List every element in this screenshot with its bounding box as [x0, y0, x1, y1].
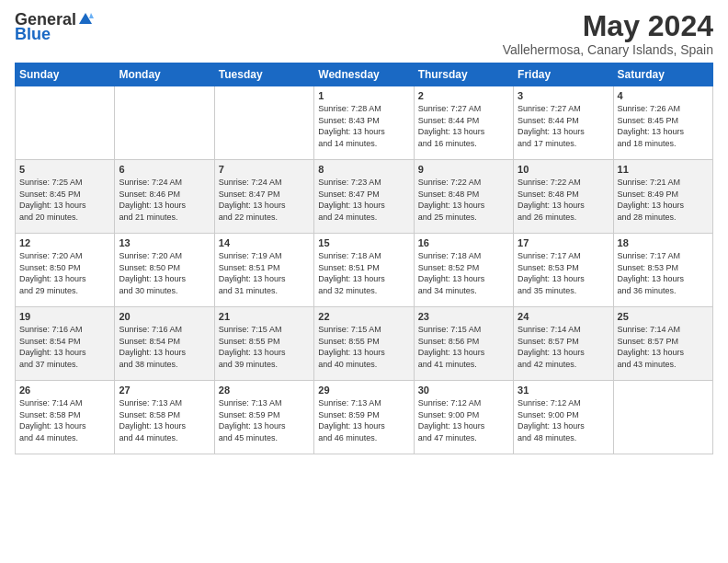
- day-number: 19: [19, 311, 110, 322]
- day-info: Sunrise: 7:13 AM Sunset: 8:58 PM Dayligh…: [119, 397, 210, 443]
- day-info: Sunrise: 7:13 AM Sunset: 8:59 PM Dayligh…: [219, 397, 310, 443]
- calendar-week-0: 1Sunrise: 7:28 AM Sunset: 8:43 PM Daylig…: [16, 86, 713, 160]
- calendar-cell: 8Sunrise: 7:23 AM Sunset: 8:47 PM Daylig…: [314, 160, 414, 234]
- page: General Blue May 2024 Vallehermosa, Cana…: [0, 0, 728, 563]
- day-info: Sunrise: 7:26 AM Sunset: 8:45 PM Dayligh…: [618, 103, 709, 149]
- day-number: 20: [119, 311, 210, 322]
- day-info: Sunrise: 7:15 AM Sunset: 8:55 PM Dayligh…: [318, 324, 409, 370]
- calendar-cell: 7Sunrise: 7:24 AM Sunset: 8:47 PM Daylig…: [214, 160, 313, 234]
- calendar-week-4: 26Sunrise: 7:14 AM Sunset: 8:58 PM Dayli…: [16, 381, 713, 454]
- calendar-cell: 28Sunrise: 7:13 AM Sunset: 8:59 PM Dayli…: [214, 381, 313, 454]
- day-info: Sunrise: 7:19 AM Sunset: 8:51 PM Dayligh…: [219, 250, 310, 296]
- calendar-cell: 18Sunrise: 7:17 AM Sunset: 8:53 PM Dayli…: [613, 234, 712, 307]
- calendar-cell: 19Sunrise: 7:16 AM Sunset: 8:54 PM Dayli…: [16, 307, 115, 381]
- day-info: Sunrise: 7:12 AM Sunset: 9:00 PM Dayligh…: [418, 397, 509, 443]
- day-number: 25: [618, 311, 709, 322]
- header: General Blue May 2024 Vallehermosa, Cana…: [15, 11, 713, 57]
- calendar-cell: 4Sunrise: 7:26 AM Sunset: 8:45 PM Daylig…: [613, 86, 712, 160]
- day-info: Sunrise: 7:23 AM Sunset: 8:47 PM Dayligh…: [318, 177, 409, 223]
- day-number: 17: [518, 237, 609, 248]
- calendar-table: Sunday Monday Tuesday Wednesday Thursday…: [15, 63, 713, 454]
- day-number: 7: [219, 164, 310, 175]
- location: Vallehermosa, Canary Islands, Spain: [503, 42, 713, 57]
- day-info: Sunrise: 7:17 AM Sunset: 8:53 PM Dayligh…: [618, 250, 709, 296]
- day-info: Sunrise: 7:18 AM Sunset: 8:51 PM Dayligh…: [318, 250, 409, 296]
- header-sunday: Sunday: [16, 63, 115, 86]
- calendar-cell: 24Sunrise: 7:14 AM Sunset: 8:57 PM Dayli…: [514, 307, 613, 381]
- calendar-cell: 1Sunrise: 7:28 AM Sunset: 8:43 PM Daylig…: [314, 86, 414, 160]
- day-number: 10: [518, 164, 609, 175]
- calendar-cell: 22Sunrise: 7:15 AM Sunset: 8:55 PM Dayli…: [314, 307, 414, 381]
- day-info: Sunrise: 7:14 AM Sunset: 8:57 PM Dayligh…: [618, 324, 709, 370]
- header-monday: Monday: [115, 63, 214, 86]
- title-block: May 2024 Vallehermosa, Canary Islands, S…: [503, 11, 713, 57]
- calendar-cell: 10Sunrise: 7:22 AM Sunset: 8:48 PM Dayli…: [514, 160, 613, 234]
- calendar-week-3: 19Sunrise: 7:16 AM Sunset: 8:54 PM Dayli…: [16, 307, 713, 381]
- day-number: 30: [418, 385, 509, 396]
- day-info: Sunrise: 7:24 AM Sunset: 8:47 PM Dayligh…: [219, 177, 310, 223]
- day-number: 24: [518, 311, 609, 322]
- day-info: Sunrise: 7:27 AM Sunset: 8:44 PM Dayligh…: [418, 103, 509, 149]
- calendar-cell: 14Sunrise: 7:19 AM Sunset: 8:51 PM Dayli…: [214, 234, 313, 307]
- day-number: 14: [219, 237, 310, 248]
- day-info: Sunrise: 7:18 AM Sunset: 8:52 PM Dayligh…: [418, 250, 509, 296]
- day-number: 23: [418, 311, 509, 322]
- day-number: 11: [618, 164, 709, 175]
- day-info: Sunrise: 7:16 AM Sunset: 8:54 PM Dayligh…: [119, 324, 210, 370]
- day-number: 3: [518, 90, 609, 101]
- day-info: Sunrise: 7:20 AM Sunset: 8:50 PM Dayligh…: [19, 250, 110, 296]
- logo: General Blue: [15, 11, 94, 42]
- day-number: 4: [618, 90, 709, 101]
- day-info: Sunrise: 7:21 AM Sunset: 8:49 PM Dayligh…: [618, 177, 709, 223]
- calendar-cell: 16Sunrise: 7:18 AM Sunset: 8:52 PM Dayli…: [414, 234, 513, 307]
- day-number: 29: [318, 385, 409, 396]
- calendar-cell: 2Sunrise: 7:27 AM Sunset: 8:44 PM Daylig…: [414, 86, 513, 160]
- day-info: Sunrise: 7:13 AM Sunset: 8:59 PM Dayligh…: [318, 397, 409, 443]
- header-thursday: Thursday: [414, 63, 513, 86]
- day-info: Sunrise: 7:28 AM Sunset: 8:43 PM Dayligh…: [318, 103, 409, 149]
- day-number: 13: [119, 237, 210, 248]
- day-number: 18: [618, 237, 709, 248]
- header-saturday: Saturday: [613, 63, 712, 86]
- calendar-cell: 12Sunrise: 7:20 AM Sunset: 8:50 PM Dayli…: [16, 234, 115, 307]
- calendar-cell: 20Sunrise: 7:16 AM Sunset: 8:54 PM Dayli…: [115, 307, 214, 381]
- calendar-cell: 17Sunrise: 7:17 AM Sunset: 8:53 PM Dayli…: [514, 234, 613, 307]
- calendar-cell: [613, 381, 712, 454]
- day-info: Sunrise: 7:20 AM Sunset: 8:50 PM Dayligh…: [119, 250, 210, 296]
- day-info: Sunrise: 7:22 AM Sunset: 8:48 PM Dayligh…: [418, 177, 509, 223]
- day-number: 8: [318, 164, 409, 175]
- calendar-cell: 27Sunrise: 7:13 AM Sunset: 8:58 PM Dayli…: [115, 381, 214, 454]
- day-info: Sunrise: 7:17 AM Sunset: 8:53 PM Dayligh…: [518, 250, 609, 296]
- calendar-cell: 21Sunrise: 7:15 AM Sunset: 8:55 PM Dayli…: [214, 307, 313, 381]
- day-number: 16: [418, 237, 509, 248]
- calendar-cell: 6Sunrise: 7:24 AM Sunset: 8:46 PM Daylig…: [115, 160, 214, 234]
- svg-marker-1: [89, 13, 94, 18]
- month-title: May 2024: [503, 11, 713, 40]
- calendar-cell: 11Sunrise: 7:21 AM Sunset: 8:49 PM Dayli…: [613, 160, 712, 234]
- calendar-cell: 13Sunrise: 7:20 AM Sunset: 8:50 PM Dayli…: [115, 234, 214, 307]
- header-tuesday: Tuesday: [214, 63, 313, 86]
- calendar-cell: 25Sunrise: 7:14 AM Sunset: 8:57 PM Dayli…: [613, 307, 712, 381]
- calendar-cell: 15Sunrise: 7:18 AM Sunset: 8:51 PM Dayli…: [314, 234, 414, 307]
- calendar-cell: [16, 86, 115, 160]
- day-number: 28: [219, 385, 310, 396]
- calendar-cell: 31Sunrise: 7:12 AM Sunset: 9:00 PM Dayli…: [514, 381, 613, 454]
- calendar-cell: [115, 86, 214, 160]
- calendar-week-1: 5Sunrise: 7:25 AM Sunset: 8:45 PM Daylig…: [16, 160, 713, 234]
- calendar-cell: 3Sunrise: 7:27 AM Sunset: 8:44 PM Daylig…: [514, 86, 613, 160]
- day-info: Sunrise: 7:14 AM Sunset: 8:58 PM Dayligh…: [19, 397, 110, 443]
- calendar-cell: 23Sunrise: 7:15 AM Sunset: 8:56 PM Dayli…: [414, 307, 513, 381]
- day-info: Sunrise: 7:27 AM Sunset: 8:44 PM Dayligh…: [518, 103, 609, 149]
- day-number: 27: [119, 385, 210, 396]
- day-number: 9: [418, 164, 509, 175]
- day-number: 22: [318, 311, 409, 322]
- day-info: Sunrise: 7:22 AM Sunset: 8:48 PM Dayligh…: [518, 177, 609, 223]
- day-info: Sunrise: 7:15 AM Sunset: 8:55 PM Dayligh…: [219, 324, 310, 370]
- day-number: 6: [119, 164, 210, 175]
- calendar-week-2: 12Sunrise: 7:20 AM Sunset: 8:50 PM Dayli…: [16, 234, 713, 307]
- calendar-cell: 29Sunrise: 7:13 AM Sunset: 8:59 PM Dayli…: [314, 381, 414, 454]
- day-info: Sunrise: 7:24 AM Sunset: 8:46 PM Dayligh…: [119, 177, 210, 223]
- logo-blue: Blue: [15, 26, 94, 42]
- day-number: 21: [219, 311, 310, 322]
- calendar-cell: 5Sunrise: 7:25 AM Sunset: 8:45 PM Daylig…: [16, 160, 115, 234]
